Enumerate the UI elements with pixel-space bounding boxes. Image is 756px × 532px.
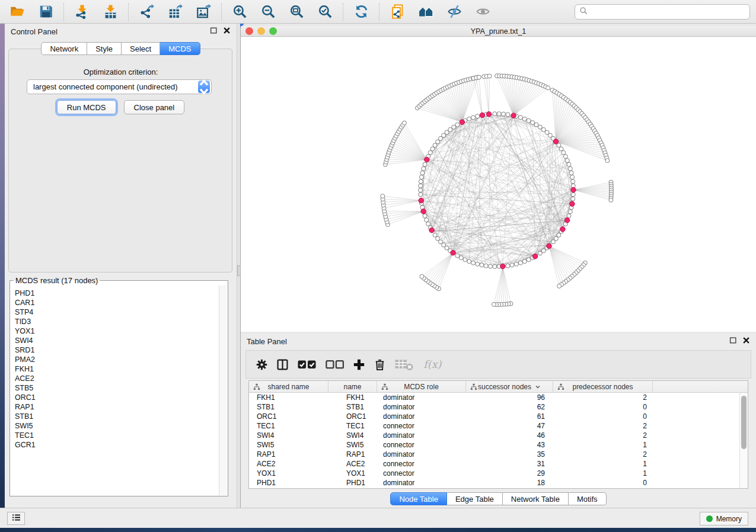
zoom-fit-button[interactable] [285, 2, 308, 22]
hide-graphics-button[interactable] [443, 2, 465, 22]
mcds-result-item[interactable]: PHD1 [15, 289, 219, 298]
optimization-criterion-label: Optimization criterion: [5, 68, 237, 76]
zoom-in-button[interactable] [228, 2, 251, 22]
network-view-window: YPA_prune.txt_1 [241, 26, 756, 332]
table-cell: 61 [466, 412, 553, 421]
gear-button[interactable] [256, 355, 268, 373]
control-panel: Control Panel NetworkStyleSelectMCDS Opt… [5, 24, 237, 508]
column-header-filler [653, 381, 741, 393]
network-canvas[interactable] [241, 37, 756, 331]
export-table-button[interactable] [164, 2, 186, 22]
mcds-result-item[interactable]: CAR1 [15, 298, 219, 307]
table-row[interactable]: SWI5SWI5connector431 [249, 440, 739, 450]
columns-button[interactable] [276, 355, 289, 373]
mcds-result-item[interactable]: RAP1 [15, 402, 219, 412]
delete-button[interactable] [374, 355, 386, 373]
mcds-result-item[interactable]: GCR1 [15, 440, 219, 450]
refresh-button[interactable] [350, 2, 372, 22]
mcds-result-item[interactable]: TEC1 [15, 431, 219, 440]
show-panel-list-button[interactable] [7, 512, 25, 525]
mcds-result-item[interactable]: STB5 [15, 383, 219, 393]
tab-style[interactable]: Style [87, 42, 122, 55]
open-folder-button[interactable] [6, 2, 28, 22]
table-row[interactable]: PHD1PHD1dominator180 [249, 478, 739, 488]
zoom-out-button[interactable] [257, 2, 279, 22]
column-header-shared-name[interactable]: shared name [249, 381, 328, 393]
table-row[interactable]: YOX1YOX1connector291 [249, 469, 739, 478]
column-header-successor-nodes[interactable]: successor nodes [466, 381, 553, 393]
table-tab-edge-table[interactable]: Edge Table [447, 492, 503, 505]
network-graph[interactable] [241, 37, 756, 331]
optimization-criterion-select[interactable]: largest connected component (undirected) [27, 79, 212, 94]
deselect-all-button[interactable] [325, 355, 344, 373]
table-row[interactable]: STB1STB1dominator620 [249, 402, 739, 412]
table-cell: dominator [377, 402, 466, 412]
show-graphics-button[interactable] [471, 2, 494, 22]
column-header-name[interactable]: name [328, 381, 377, 393]
mcds-result-item[interactable]: SRD1 [15, 345, 219, 355]
table-row[interactable]: SWI4SWI4dominator462 [249, 431, 739, 440]
table-panel-title: Table Panel [247, 337, 287, 346]
mcds-result-item[interactable]: STP4 [15, 307, 219, 317]
tab-network[interactable]: Network [41, 42, 87, 55]
table-cell: 2 [553, 421, 653, 431]
export-network-button[interactable] [135, 2, 158, 22]
tab-select[interactable]: Select [122, 42, 160, 55]
tab-mcds[interactable]: MCDS [160, 42, 200, 55]
table-cell: SWI4 [328, 431, 377, 440]
mcds-result-item[interactable]: STB1 [15, 412, 219, 421]
houses-button[interactable] [414, 2, 437, 22]
mcds-result-item[interactable]: SWI4 [15, 336, 219, 345]
import-network-button[interactable] [71, 2, 93, 22]
mcds-list-scrollbar[interactable] [219, 286, 227, 495]
panel-splitter[interactable] [237, 24, 241, 508]
mcds-result-item[interactable]: FKH1 [15, 364, 219, 374]
add-button[interactable] [353, 355, 365, 373]
svg-text:f(x): f(x) [423, 358, 442, 370]
table-cell: connector [377, 459, 466, 469]
table-tab-motifs[interactable]: Motifs [569, 492, 607, 505]
network-window-title: YPA_prune.txt_1 [241, 27, 756, 36]
import-network-icon [75, 4, 90, 19]
table-row[interactable]: ACE2ACE2connector311 [249, 459, 739, 469]
export-image-button[interactable] [192, 2, 215, 22]
table-cell: ORC1 [328, 412, 377, 421]
table-row[interactable]: RAP1RAP1dominator352 [249, 450, 739, 459]
table-tab-network-table[interactable]: Network Table [503, 492, 569, 505]
table-cell: 1 [553, 469, 653, 478]
table-row[interactable]: FKH1FKH1dominator962 [249, 393, 739, 402]
memory-button[interactable]: Memory [700, 512, 748, 525]
search-box[interactable] [575, 4, 750, 20]
table-row[interactable]: ORC1ORC1dominator610 [249, 412, 739, 421]
mcds-result-item[interactable]: TID3 [15, 317, 219, 326]
import-table-button[interactable] [99, 2, 122, 22]
mcds-result-item[interactable]: ACE2 [15, 374, 219, 383]
select-all-button[interactable] [297, 355, 317, 373]
column-header-predecessor-nodes[interactable]: predecessor nodes [553, 381, 653, 393]
table-cell: connector [377, 440, 466, 450]
mcds-result-item[interactable]: SWI5 [15, 421, 219, 431]
float-panel-icon[interactable] [210, 27, 218, 34]
cytoscape-window: Control Panel NetworkStyleSelectMCDS Opt… [0, 0, 756, 532]
table-row[interactable]: TEC1TEC1connector472 [249, 421, 739, 431]
show-graphics-icon [476, 4, 490, 19]
copy-network-button[interactable] [386, 2, 409, 22]
mcds-result-item[interactable]: PMA2 [15, 355, 219, 364]
close-panel-icon[interactable] [223, 27, 231, 34]
search-input[interactable] [588, 6, 746, 18]
zoom-selected-button[interactable] [314, 2, 336, 22]
close-table-panel-icon[interactable] [742, 336, 750, 344]
table-cell: STB1 [249, 402, 328, 412]
table-tab-node-table[interactable]: Node Table [390, 492, 447, 505]
run-mcds-button[interactable]: Run MCDS [57, 100, 116, 114]
mcds-result-item[interactable]: ORC1 [15, 393, 219, 402]
memory-status-icon [706, 515, 713, 522]
close-panel-button[interactable]: Close panel [124, 100, 185, 114]
table-scrollbar-thumb[interactable] [741, 396, 747, 449]
table-scrollbar[interactable] [739, 393, 748, 488]
column-header-MCDS-role[interactable]: MCDS role [377, 381, 466, 393]
mcds-result-item[interactable]: YOX1 [15, 326, 219, 336]
save-button[interactable] [34, 2, 57, 22]
desktop-wallpaper-bottom [0, 528, 756, 532]
float-table-panel-icon[interactable] [729, 336, 737, 344]
